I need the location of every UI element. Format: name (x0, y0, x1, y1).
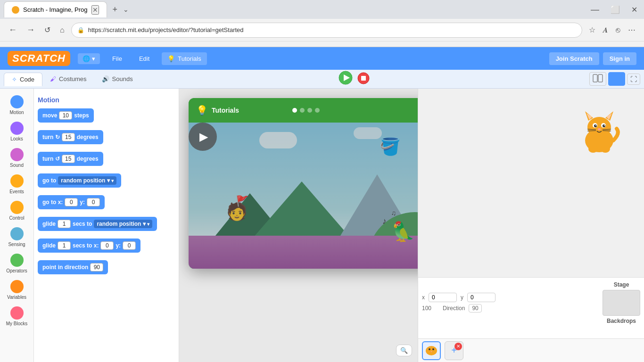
sidebar-item-looks[interactable]: Looks (1, 119, 33, 144)
add-sprite-button[interactable]: + ✕ (445, 341, 463, 360)
sidebar-item-events[interactable]: Events (1, 172, 33, 197)
control-circle (10, 201, 24, 214)
nav-home-button[interactable]: ⌂ (57, 24, 67, 36)
turn-ccw-block[interactable]: turn ↺ 15 degrees (38, 152, 103, 166)
point-block[interactable]: point in direction 90 (38, 260, 108, 274)
tutorial-dot-3[interactable] (307, 108, 312, 113)
favorites-button[interactable]: ☆ (586, 24, 598, 36)
x-input[interactable] (429, 293, 457, 302)
sprites-row: + ✕ (418, 338, 644, 362)
tab-dropdown-button[interactable]: ⌄ (123, 6, 129, 13)
minimize-button[interactable]: — (588, 3, 602, 16)
play-button[interactable]: ▶ (189, 123, 217, 151)
move-block-wrap: move 10 steps (38, 108, 175, 126)
motion-label: Motion (9, 110, 24, 115)
looks-circle (10, 122, 24, 135)
tab-close-button[interactable]: ✕ (91, 5, 99, 15)
blocks-list: Motion move 10 steps turn ↻ 15 degrees (34, 89, 179, 362)
direction-label: Direction (443, 305, 465, 312)
sidebar-item-motion[interactable]: Motion (1, 92, 33, 118)
looks-label: Looks (10, 136, 23, 141)
sound-label: Sound (10, 163, 24, 168)
glide2-block[interactable]: glide 1 secs to x: 0 y: 0 (38, 239, 140, 253)
tutorial-dot-2[interactable] (300, 108, 305, 113)
tutorial-dot-1[interactable] (292, 108, 297, 113)
sidebar-item-sound[interactable]: Sound (1, 145, 33, 171)
code-icon: ✧ (12, 76, 17, 83)
tutorials-icon: 💡 (167, 55, 175, 62)
fullscreen-button[interactable]: ⛶ (627, 74, 640, 85)
new-tab-button[interactable]: + (109, 3, 122, 16)
glide2-block-wrap: glide 1 secs to x: 0 y: 0 (38, 239, 175, 256)
turn-cw-block[interactable]: turn ↻ 15 degrees (38, 130, 103, 144)
sidebar-item-myblocks[interactable]: My Blocks (1, 304, 33, 329)
svg-point-33 (604, 125, 605, 126)
join-scratch-button[interactable]: Join Scratch (549, 52, 599, 65)
glide1-block[interactable]: glide 1 secs to random position ▾ (38, 217, 157, 231)
sidebar-item-sensing[interactable]: Sensing (1, 224, 33, 250)
stage-label: Stage (603, 281, 640, 288)
close-window-button[interactable]: ✕ (628, 3, 640, 16)
svg-rect-5 (598, 74, 603, 82)
glide1-dropdown[interactable]: random position ▾ (94, 220, 152, 228)
tutorials-button[interactable]: 💡 Tutorials (162, 52, 206, 65)
sidebar-item-operators[interactable]: Operators (1, 251, 33, 276)
share-button[interactable]: ⎋ (613, 24, 623, 36)
tutorial-title-section: 💡 Tutorials (196, 105, 239, 116)
tab-costumes[interactable]: 🖌 Costumes (42, 73, 94, 85)
svg-point-34 (598, 128, 601, 130)
point-block-wrap: point in direction 90 (38, 260, 175, 278)
tutorial-dot-4[interactable] (315, 108, 320, 113)
sign-in-button[interactable]: Sign in (603, 52, 636, 65)
y-input[interactable] (467, 293, 495, 302)
motion-category-title: Motion (38, 96, 175, 104)
svg-point-30 (594, 124, 597, 127)
sensing-label: Sensing (8, 242, 25, 247)
maximize-button[interactable]: ⬜ (608, 3, 623, 16)
tutorial-scene: 🦜 🪣 🧑 🚩 ♪ ♫ (189, 123, 418, 269)
tutorial-video[interactable]: 🦜 🪣 🧑 🚩 ♪ ♫ (189, 123, 418, 269)
zoom-controls[interactable]: 🔍 (396, 345, 412, 356)
move-block[interactable]: move 10 steps (38, 108, 94, 123)
read-aloud-button[interactable]: 𝑨 (600, 24, 611, 36)
tab-sounds[interactable]: 🔊 Sounds (94, 73, 140, 85)
gotoxy-block[interactable]: go to x: 0 y: 0 (38, 195, 105, 209)
sidebar-item-variables[interactable]: Variables (1, 277, 33, 303)
goto-block[interactable]: go to random position ▾ (38, 173, 121, 188)
scratch-app: SCRATCH 🌐 ▾ File Edit 💡 Tutorials Join S… (0, 47, 644, 362)
variables-label: Variables (7, 295, 26, 300)
layout-standard-button[interactable] (608, 72, 625, 86)
turn-cw-block-wrap: turn ↻ 15 degrees (38, 130, 175, 148)
scratch-header: SCRATCH 🌐 ▾ File Edit 💡 Tutorials Join S… (0, 47, 644, 70)
script-area[interactable]: 💡 Tutorials (179, 89, 418, 362)
sprite-1[interactable] (422, 341, 441, 360)
myblocks-circle (10, 306, 24, 320)
tab-code[interactable]: ✧ Code (4, 73, 42, 86)
tab-bar: Scratch - Imagine, Prog ✕ + ⌄ — ⬜ ✕ (0, 0, 644, 19)
nav-forward-button[interactable]: → (24, 23, 38, 37)
file-menu-button[interactable]: File (107, 52, 127, 65)
sprite-name-row (422, 281, 599, 291)
nav-back-button[interactable]: ← (6, 23, 20, 37)
address-bar[interactable]: 🔒 https://scratch.mit.edu/projects/edito… (71, 23, 582, 38)
edit-menu-button[interactable]: Edit (134, 52, 154, 65)
scratch-logo[interactable]: SCRATCH (8, 51, 70, 66)
more-button[interactable]: ⋯ (625, 24, 638, 36)
nav-refresh-button[interactable]: ↺ (41, 24, 53, 36)
sidebar-item-control[interactable]: Control (1, 198, 33, 223)
stage-thumbnail[interactable] (603, 290, 640, 316)
green-flag-button[interactable] (339, 71, 353, 88)
language-button[interactable]: 🌐 ▾ (78, 53, 100, 64)
nav-icons: ☆ 𝑨 ⎋ ⋯ (586, 24, 638, 36)
stop-button[interactable] (357, 72, 370, 86)
url-text: https://scratch.mit.edu/projects/editor/… (88, 26, 576, 33)
layout-compact-button[interactable] (589, 72, 606, 86)
tutorial-panel: 💡 Tutorials (189, 98, 418, 269)
svg-rect-6 (612, 74, 615, 82)
svg-rect-7 (616, 74, 618, 82)
goto-dropdown[interactable]: random position ▾ (58, 176, 116, 185)
browser-tab[interactable]: Scratch - Imagine, Prog ✕ (4, 1, 107, 17)
events-circle (10, 174, 24, 188)
editor-main: Motion Looks Sound Events Control (0, 89, 644, 362)
y-label: y (461, 294, 463, 301)
